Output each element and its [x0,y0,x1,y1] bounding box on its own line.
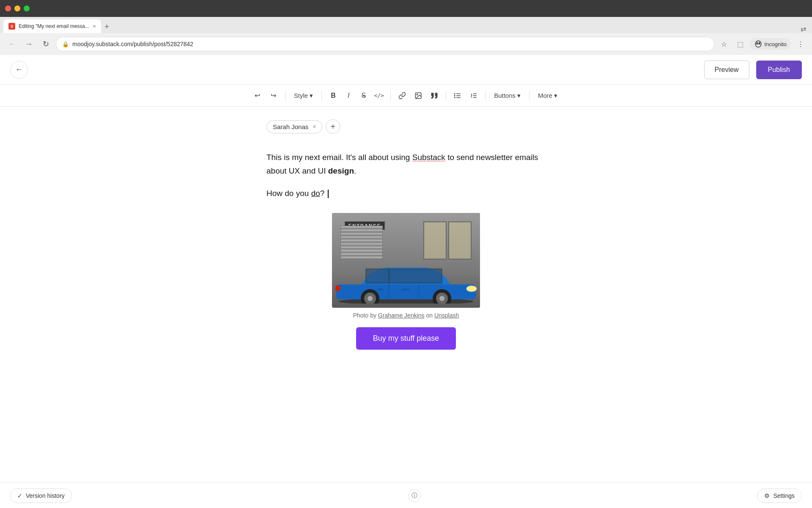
toolbar-separator-2 [321,91,322,101]
publish-button[interactable]: Publish [756,61,802,79]
bold-button[interactable]: B [326,88,340,103]
toolbar-separator-5 [485,91,486,101]
editor-body[interactable]: This is my next email. It's all about us… [266,151,546,200]
new-tab-button[interactable]: + [101,21,112,33]
buttons-chevron: ▾ [517,92,521,99]
svg-point-7 [455,93,455,94]
traffic-light-green[interactable] [24,6,30,11]
version-history-label: Version history [26,492,65,499]
bullet-list-icon [454,92,461,99]
svg-point-0 [757,43,758,44]
author-name: Sarah Jonas [273,123,308,130]
photographer-link[interactable]: Grahame Jenkins [378,312,425,319]
text-cursor [328,190,329,198]
link-icon [398,92,406,99]
car-image: ENTRANCE [332,213,480,308]
version-history-button[interactable]: ✓ Version history [10,489,72,503]
tab-favicon: S [8,23,15,30]
settings-label: Settings [773,492,795,499]
link-button[interactable] [395,88,409,103]
quote-button[interactable] [427,88,442,103]
svg-point-3 [417,94,417,95]
buy-button-wrapper: Buy my stuff please [266,327,546,350]
numbered-list-icon [470,92,477,99]
text-format-group: B I S̶ </> [326,88,386,103]
browser-addressbar: ← → ↻ 🔒 moodjoy.substack.com/publish/pos… [0,33,812,55]
caption-mid: on [425,312,434,319]
active-tab[interactable]: S Editing "My next email messa... × [3,19,101,33]
platform-link[interactable]: Unsplash [434,312,459,319]
window-pane-1 [423,221,447,260]
lock-icon: 🔒 [62,41,69,47]
nav-back-button[interactable]: ← [5,37,19,51]
numbered-list-button[interactable] [466,88,481,103]
buttons-dropdown[interactable]: Buttons ▾ [490,89,525,102]
toolbar-separator-4 [446,91,446,101]
svg-rect-26 [378,289,384,290]
buttons-label: Buttons [494,92,516,99]
traffic-light-red[interactable] [5,6,11,11]
settings-button[interactable]: ⚙ Settings [757,489,802,503]
window-pane-2 [448,221,472,260]
bookmark-button[interactable]: ☆ [718,38,730,50]
svg-point-23 [466,286,477,292]
bottom-center: ⓘ [408,489,421,502]
add-author-button[interactable]: + [326,119,340,134]
editor-area: Sarah Jonas × + This is my next email. I… [0,107,812,371]
version-history-check-icon: ✓ [17,492,22,499]
style-dropdown[interactable]: Style ▾ [290,89,317,102]
bullet-list-button[interactable] [450,88,465,103]
back-button[interactable]: ← [10,61,28,79]
building-windows [423,221,472,260]
bold-design: design [328,166,354,175]
browser-more-button[interactable]: ⋮ [794,38,807,50]
browser-tab-bar: S Editing "My next email messa... × + ⇄ [0,17,812,33]
buy-button[interactable]: Buy my stuff please [356,327,456,350]
style-chevron: ▾ [310,92,313,99]
italic-button[interactable]: I [341,88,356,103]
caption-pre: Photo by [353,312,378,319]
settings-gear-icon: ⚙ [764,492,770,499]
image-icon [414,92,422,99]
nav-forward-button[interactable]: → [22,37,36,51]
incognito-label: Incognito [764,41,787,47]
svg-rect-24 [335,286,340,291]
strikethrough-button[interactable]: S̶ [357,88,371,103]
tab-close-button[interactable]: × [93,23,96,30]
traffic-light-yellow[interactable] [14,6,20,11]
preview-button[interactable]: Preview [704,61,749,79]
image-wrapper: ENTRANCE [266,213,546,308]
svg-point-1 [759,43,760,44]
paragraph-2-end: ? [320,189,325,198]
toolbar-separator-6 [529,91,529,101]
address-bar[interactable]: 🔒 moodjoy.substack.com/publish/post/5282… [56,37,714,51]
bottom-bar: ✓ Version history ⓘ ⚙ Settings [0,483,812,508]
nav-refresh-button[interactable]: ↻ [39,37,52,51]
toolbar-separator-3 [390,91,391,101]
paragraph-1: This is my next email. It's all about us… [266,151,546,178]
info-button[interactable]: ⓘ [408,489,421,502]
code-button[interactable]: </> [372,88,386,103]
quote-icon [431,92,438,99]
incognito-icon [754,40,763,48]
image-caption: Photo by Grahame Jenkins on Unsplash [266,312,546,319]
substack-link[interactable]: Substack [412,153,445,162]
paragraph-2: How do you do? [266,187,546,200]
svg-point-19 [439,296,444,301]
author-tag-close[interactable]: × [313,123,316,130]
incognito-button[interactable]: Incognito [750,38,791,50]
editor-scroll-area[interactable]: Sarah Jonas × + This is my next email. I… [0,107,812,483]
redo-button[interactable]: ↪ [266,88,281,103]
paragraph-2-text: How do you [266,189,311,198]
image-button[interactable] [411,88,425,103]
underline-do: do [311,189,320,198]
undo-button[interactable]: ↩ [250,88,265,103]
paragraph-1-dot: . [354,166,356,175]
extension-button[interactable]: ⬚ [734,38,746,50]
car-svg [332,257,480,304]
svg-point-8 [455,95,455,96]
url-display: moodjoy.substack.com/publish/post/528278… [72,41,708,47]
more-chevron: ▾ [554,92,557,99]
more-dropdown[interactable]: More ▾ [534,89,562,102]
svg-rect-14 [336,284,476,299]
